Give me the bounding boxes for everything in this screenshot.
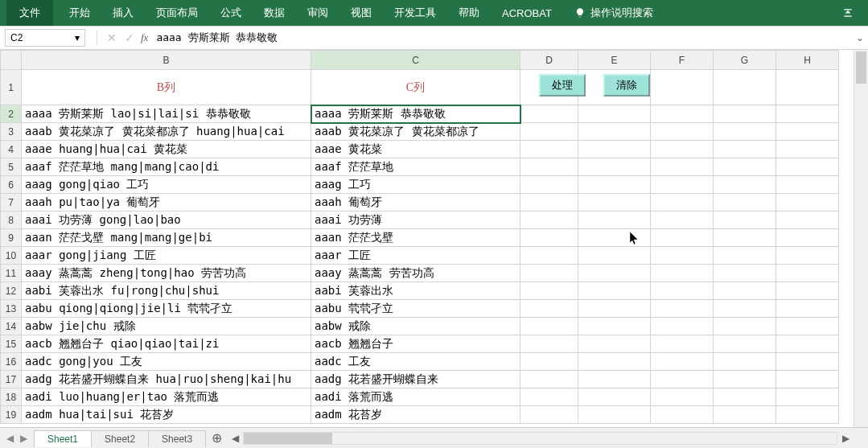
cell-G3[interactable]: [714, 123, 776, 141]
cell-D7[interactable]: [520, 194, 578, 212]
col-header-C[interactable]: C: [311, 51, 520, 70]
cell-G5[interactable]: [714, 158, 776, 176]
cell-H2[interactable]: [776, 105, 839, 123]
cell-D6[interactable]: [520, 176, 578, 194]
cell-C2[interactable]: aaaa 劳斯莱斯 恭恭敬敬: [311, 105, 520, 123]
process-button[interactable]: 处理: [539, 74, 586, 97]
cell-B12[interactable]: aabi 芙蓉出水 fu|rong|chu|shui: [22, 282, 311, 300]
ribbon-tab-home[interactable]: 开始: [58, 0, 101, 26]
cell-B7[interactable]: aaah pu|tao|ya 葡萄牙: [22, 194, 311, 212]
tell-me[interactable]: 操作说明搜索: [563, 0, 664, 26]
cell-C4[interactable]: aaae 黄花菜: [311, 141, 520, 158]
row-header-16[interactable]: 16: [1, 353, 22, 371]
cell-H4[interactable]: [776, 141, 839, 158]
cell-F10[interactable]: [651, 247, 714, 265]
cell-F4[interactable]: [651, 141, 714, 158]
cell-E15[interactable]: [578, 335, 651, 353]
cell-B3[interactable]: aaab 黄花菜凉了 黄花菜都凉了 huang|hua|cai: [22, 123, 311, 141]
cell-G1[interactable]: [714, 70, 776, 105]
cell-F5[interactable]: [651, 158, 714, 176]
cell-C12[interactable]: aabi 芙蓉出水: [311, 282, 520, 300]
cell-G17[interactable]: [714, 371, 776, 388]
ribbon-tab-help[interactable]: 帮助: [447, 0, 491, 26]
cell-B5[interactable]: aaaf 茫茫草地 mang|mang|cao|di: [22, 158, 311, 176]
ribbon-tab-formulas[interactable]: 公式: [209, 0, 253, 26]
cell-D12[interactable]: [520, 282, 578, 300]
cell-C7[interactable]: aaah 葡萄牙: [311, 194, 520, 212]
cell-H13[interactable]: [776, 300, 839, 318]
cell-H12[interactable]: [776, 282, 839, 300]
formula-expand-icon[interactable]: ⌄: [852, 32, 868, 43]
chevron-down-icon[interactable]: ▾: [75, 32, 80, 43]
cell-C3[interactable]: aaab 黄花菜凉了 黄花菜都凉了: [311, 123, 520, 141]
col-header-G[interactable]: G: [714, 51, 776, 70]
sheet-tab-sheet1[interactable]: Sheet1: [34, 430, 92, 447]
col-header-E[interactable]: E: [578, 51, 651, 70]
cell-F3[interactable]: [651, 123, 714, 141]
hscroll-thumb[interactable]: [244, 433, 332, 444]
cell-H1[interactable]: [776, 70, 839, 105]
row-header-3[interactable]: 3: [1, 123, 22, 141]
cell-G4[interactable]: [714, 141, 776, 158]
cell-E13[interactable]: [578, 300, 651, 318]
cell-C13[interactable]: aabu 茕茕孑立: [311, 300, 520, 318]
cell-B16[interactable]: aadc gong|you 工友: [22, 353, 311, 371]
cell-C6[interactable]: aaag 工巧: [311, 176, 520, 194]
row-header-9[interactable]: 9: [1, 229, 22, 247]
cell-D16[interactable]: [520, 353, 578, 371]
cell-G15[interactable]: [714, 335, 776, 353]
row-header-15[interactable]: 15: [1, 335, 22, 353]
cell-D8[interactable]: [520, 212, 578, 229]
ribbon-collapse-icon[interactable]: [834, 7, 862, 18]
spreadsheet-grid[interactable]: BCDEFGH1B列C列2aaaa 劳斯莱斯 lao|si|lai|si 恭恭敬…: [0, 50, 839, 424]
row-header-6[interactable]: 6: [1, 176, 22, 194]
cell-C16[interactable]: aadc 工友: [311, 353, 520, 371]
cell-B17[interactable]: aadg 花若盛开蝴蝶自来 hua|ruo|sheng|kai|hu: [22, 371, 311, 388]
cell-H15[interactable]: [776, 335, 839, 353]
cell-D2[interactable]: [520, 105, 578, 123]
cell-H7[interactable]: [776, 194, 839, 212]
cell-D3[interactable]: [520, 123, 578, 141]
cell-B10[interactable]: aaar gong|jiang 工匠: [22, 247, 311, 265]
row-header-18[interactable]: 18: [1, 388, 22, 406]
row-header-8[interactable]: 8: [1, 212, 22, 229]
row-header-14[interactable]: 14: [1, 318, 22, 335]
cell-F6[interactable]: [651, 176, 714, 194]
cell-G8[interactable]: [714, 212, 776, 229]
add-sheet-icon[interactable]: ⊕: [205, 430, 228, 446]
cell-C9[interactable]: aaan 茫茫戈壁: [311, 229, 520, 247]
fx-icon[interactable]: fx: [141, 31, 148, 44]
col-header-D[interactable]: D: [520, 51, 578, 70]
cell-D11[interactable]: [520, 265, 578, 282]
cell-F9[interactable]: [651, 229, 714, 247]
cell-B11[interactable]: aaay 蒸蒿蒿 zheng|tong|hao 劳苦功高: [22, 265, 311, 282]
ribbon-tab-data[interactable]: 数据: [253, 0, 296, 26]
formula-bar[interactable]: aaaa 劳斯莱斯 恭恭敬敬: [148, 31, 852, 45]
cell-H5[interactable]: [776, 158, 839, 176]
vscroll-thumb[interactable]: [856, 51, 866, 84]
ribbon-tab-developer[interactable]: 开发工具: [383, 0, 447, 26]
cell-D18[interactable]: [520, 388, 578, 406]
cell-G16[interactable]: [714, 353, 776, 371]
confirm-icon[interactable]: ✓: [123, 31, 136, 44]
cell-H11[interactable]: [776, 265, 839, 282]
col-header-F[interactable]: F: [651, 51, 714, 70]
ribbon-tab-layout[interactable]: 页面布局: [145, 0, 209, 26]
cell-G14[interactable]: [714, 318, 776, 335]
cell-D9[interactable]: [520, 229, 578, 247]
cell-E2[interactable]: [578, 105, 651, 123]
cell-G9[interactable]: [714, 229, 776, 247]
cell-F8[interactable]: [651, 212, 714, 229]
cell-H6[interactable]: [776, 176, 839, 194]
row-header-19[interactable]: 19: [1, 406, 22, 424]
vertical-scrollbar[interactable]: [854, 50, 868, 427]
cell-G19[interactable]: [714, 406, 776, 424]
cell-F17[interactable]: [651, 371, 714, 388]
cell-D17[interactable]: [520, 371, 578, 388]
sheet-tab-sheet3[interactable]: Sheet3: [148, 430, 206, 447]
cell-C1[interactable]: C列: [311, 70, 520, 105]
cell-F19[interactable]: [651, 406, 714, 424]
cell-D15[interactable]: [520, 335, 578, 353]
cell-F7[interactable]: [651, 194, 714, 212]
cell-H9[interactable]: [776, 229, 839, 247]
